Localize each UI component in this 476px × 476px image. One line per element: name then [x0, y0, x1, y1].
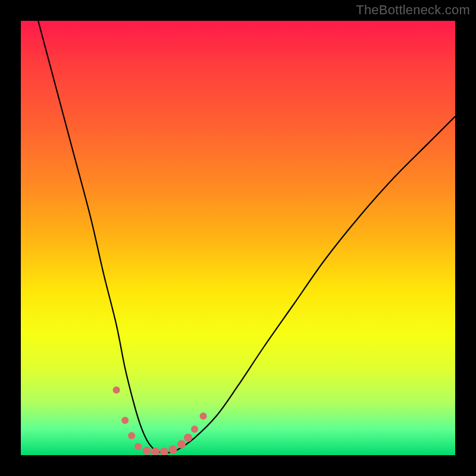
attribution-text: TheBottleneck.com	[356, 2, 470, 18]
curve-marker	[177, 440, 186, 449]
bottleneck-curve	[38, 21, 455, 453]
curve-marker	[200, 412, 207, 419]
curve-marker	[113, 387, 120, 394]
curve-marker	[191, 425, 198, 433]
chart-svg	[21, 21, 455, 455]
chart-container: TheBottleneck.com	[0, 0, 476, 476]
curve-markers	[113, 387, 207, 456]
curve-marker	[169, 446, 177, 454]
plot-area	[21, 21, 455, 455]
curve-marker	[121, 417, 129, 424]
curve-marker	[128, 432, 135, 439]
curve-marker	[134, 443, 142, 450]
curve-marker	[160, 447, 168, 455]
curve-marker	[143, 447, 151, 455]
curve-marker	[184, 434, 192, 442]
